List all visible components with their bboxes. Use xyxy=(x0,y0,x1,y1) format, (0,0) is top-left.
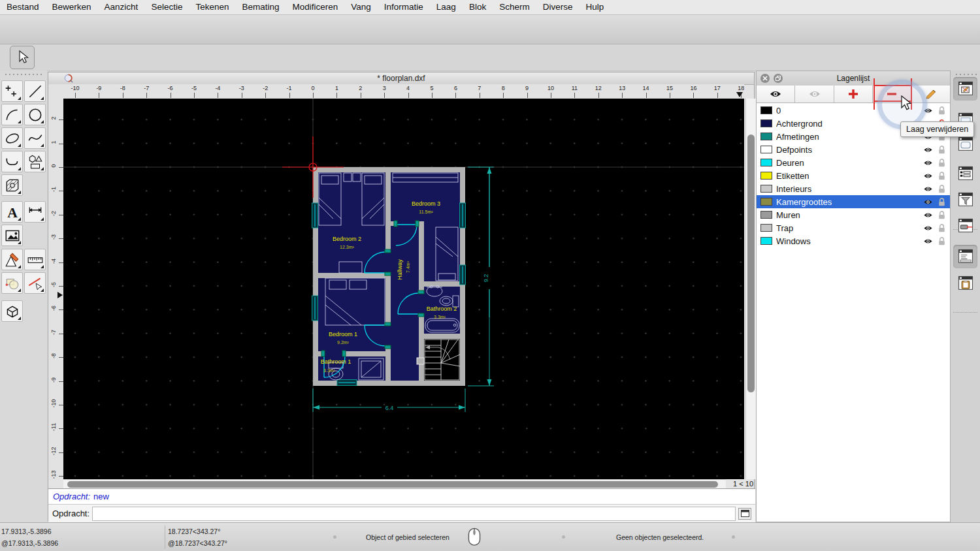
ruler-tick xyxy=(59,452,63,453)
layer-color-swatch xyxy=(760,237,772,245)
layer-visibility-eye-icon[interactable] xyxy=(923,197,934,207)
plan-label: 9.2 xyxy=(483,274,489,283)
selection-tool-button[interactable] xyxy=(10,46,35,69)
layer-lock-icon[interactable] xyxy=(936,157,947,168)
ruler-number: -9 xyxy=(91,85,106,91)
close-panel-button[interactable] xyxy=(760,74,770,83)
layer-row[interactable]: Windows xyxy=(757,234,950,247)
palette-tool-button[interactable] xyxy=(1,151,23,172)
palette-tool-button[interactable] xyxy=(1,249,23,270)
highlight-mark xyxy=(874,78,875,85)
ruler-number: -7 xyxy=(139,85,154,91)
layer-visibility-eye-icon[interactable] xyxy=(923,157,934,168)
status-dot xyxy=(732,535,735,539)
menu-item[interactable]: Scherm xyxy=(493,0,536,14)
ruler-tick xyxy=(717,93,718,98)
command-window-toggle-button[interactable] xyxy=(738,508,751,520)
palette-tool-button[interactable] xyxy=(24,104,46,125)
ruler-tick xyxy=(361,93,361,98)
menu-item[interactable]: Blok xyxy=(463,0,493,14)
layer-row[interactable]: Etiketten xyxy=(757,169,950,182)
layer-lock-icon[interactable] xyxy=(936,144,947,155)
layer-lock-icon[interactable] xyxy=(936,197,947,207)
palette-tool-button[interactable] xyxy=(24,201,46,223)
menu-item[interactable]: Tekenen xyxy=(189,0,235,14)
layer-visibility-eye-icon[interactable] xyxy=(923,210,934,220)
drawing-canvas[interactable]: Bedroom 311.5m²Bedroom 212.3m²Bedroom 19… xyxy=(63,99,744,479)
menu-item[interactable]: Diverse xyxy=(536,0,580,14)
palette-tool-button[interactable] xyxy=(1,300,23,322)
vertical-scrollbar[interactable] xyxy=(745,99,756,479)
menu-item[interactable]: Laag xyxy=(430,0,463,14)
menu-item[interactable]: Bemating xyxy=(235,0,286,14)
layer-row[interactable]: Muren xyxy=(757,208,950,221)
command-history-label: Opdracht: xyxy=(53,492,90,501)
svg-text:A: A xyxy=(7,204,18,220)
layer-toolbar-button[interactable] xyxy=(757,86,795,102)
menu-item[interactable]: Informatie xyxy=(378,0,430,14)
palette-tool-button[interactable] xyxy=(1,174,23,196)
dock-toggle-button[interactable] xyxy=(953,214,977,238)
layer-row[interactable]: Trap xyxy=(757,221,950,234)
layer-row[interactable]: Interieurs xyxy=(757,182,950,195)
dock-toggle-button[interactable] xyxy=(953,162,977,185)
layer-panel-title: Lagenlijst xyxy=(757,74,950,83)
menu-item[interactable]: Selectie xyxy=(144,0,189,14)
palette-grip[interactable] xyxy=(4,73,43,76)
layer-visibility-eye-icon[interactable] xyxy=(923,170,934,181)
menu-item[interactable]: Vang xyxy=(344,0,378,14)
dock-toggle-button[interactable] xyxy=(953,245,977,268)
v-ruler: 210-1-2-3-4-5-6-7-8-9-10-11-12-13 xyxy=(48,99,64,479)
document-title-bar[interactable]: * floorplan.dxf xyxy=(48,72,754,85)
layer-lock-icon[interactable] xyxy=(936,170,947,181)
layer-row[interactable]: Kamergroottes xyxy=(757,195,950,208)
palette-tool-button[interactable] xyxy=(1,80,23,102)
horizontal-scrollbar[interactable] xyxy=(63,479,726,489)
layer-row[interactable]: Deuren xyxy=(757,156,950,169)
layer-panel-header: Lagenlijst xyxy=(757,71,950,86)
layer-lock-icon[interactable] xyxy=(936,210,947,220)
palette-tool-button[interactable] xyxy=(1,127,23,149)
layer-lock-icon[interactable] xyxy=(936,183,947,194)
menu-item[interactable]: Hulp xyxy=(579,0,610,14)
layer-visibility-eye-icon[interactable] xyxy=(923,236,934,246)
palette-tool-button[interactable]: A xyxy=(1,201,23,223)
ruler-cursor-marker xyxy=(57,292,63,298)
ruler-tick xyxy=(693,93,694,98)
palette-tool-button[interactable] xyxy=(24,127,46,149)
layer-color-swatch xyxy=(760,198,772,206)
vertical-scrollbar-thumb[interactable] xyxy=(747,134,755,392)
dock-toggle-button[interactable] xyxy=(953,77,977,101)
menu-item[interactable]: Bewerken xyxy=(46,0,98,14)
palette-tool-button[interactable] xyxy=(24,80,46,102)
layer-row[interactable]: Defpoints xyxy=(757,143,950,156)
tool-options-bar xyxy=(0,44,980,71)
ruler-number: 0 xyxy=(305,85,321,91)
dock-grip xyxy=(955,73,977,76)
layer-lock-icon[interactable] xyxy=(936,105,947,116)
highlight-mark xyxy=(874,102,875,110)
horizontal-scrollbar-thumb[interactable] xyxy=(67,481,718,488)
palette-tool-button[interactable] xyxy=(24,272,46,294)
dock-toggle-button[interactable] xyxy=(953,272,977,295)
palette-tool-button[interactable] xyxy=(1,104,23,125)
layer-lock-icon[interactable] xyxy=(936,223,947,233)
layer-visibility-eye-icon[interactable] xyxy=(923,223,934,233)
mouse-hint-icon xyxy=(468,527,481,547)
palette-tool-button[interactable] xyxy=(24,151,46,172)
command-input[interactable] xyxy=(92,507,736,521)
layer-toolbar-button[interactable] xyxy=(834,86,873,102)
menu-item[interactable]: Bestand xyxy=(0,0,46,14)
palette-tool-button[interactable] xyxy=(1,272,23,294)
layer-visibility-eye-icon[interactable] xyxy=(923,144,934,155)
selection-status: Geen objecten geselecteerd. xyxy=(616,523,704,551)
menu-item[interactable]: Aanzicht xyxy=(98,0,145,14)
layer-visibility-eye-icon[interactable] xyxy=(923,183,934,194)
layer-lock-icon[interactable] xyxy=(936,236,947,246)
dock-toggle-button[interactable] xyxy=(953,188,977,212)
palette-tool-button[interactable] xyxy=(1,225,23,246)
palette-tool-button[interactable] xyxy=(24,249,46,270)
layer-toolbar-button[interactable] xyxy=(795,86,834,102)
menu-item[interactable]: Modificeren xyxy=(286,0,345,14)
undock-panel-button[interactable] xyxy=(774,74,783,83)
